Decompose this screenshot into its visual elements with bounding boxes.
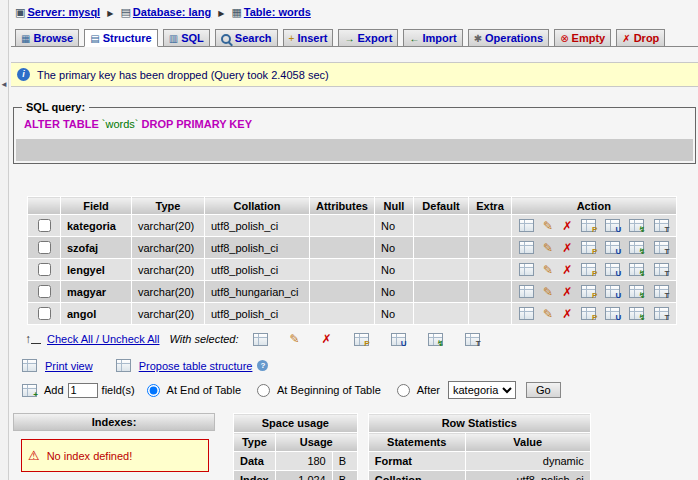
change-icon[interactable]: ✎ — [543, 263, 553, 277]
primary-selected-icon[interactable]: P — [354, 333, 369, 346]
row-checkbox-cell — [28, 215, 61, 237]
fulltext-icon[interactable]: T — [654, 285, 669, 298]
drop-field-icon[interactable]: ✗ — [562, 307, 572, 321]
after-field-select[interactable]: kategoria — [448, 381, 516, 399]
tab-empty[interactable]: ⊗Empty — [554, 29, 611, 47]
collapse-frame-icon[interactable]: ◄ — [0, 80, 8, 89]
browse-icon: ▦ — [21, 33, 30, 44]
help-icon[interactable]: ? — [257, 360, 268, 371]
tab-sql[interactable]: ▥SQL — [163, 29, 210, 47]
unique-icon[interactable]: U — [605, 241, 620, 254]
row-checkbox[interactable] — [38, 219, 51, 232]
extra-header: Extra — [469, 197, 512, 215]
sql-keyword: DROP PRIMARY KEY — [142, 118, 252, 130]
fulltext-icon[interactable]: T — [654, 263, 669, 276]
collation-header: Collation — [205, 197, 310, 215]
change-icon[interactable]: ✎ — [543, 307, 553, 321]
radio-at-end[interactable] — [147, 384, 160, 397]
tab-export[interactable]: →Export — [338, 29, 398, 47]
null-cell: No — [375, 259, 414, 281]
tab-drop[interactable]: ✗Drop — [616, 29, 665, 47]
default-cell — [414, 215, 469, 237]
type-cell: varchar(20) — [132, 281, 205, 303]
change-icon[interactable]: ✎ — [543, 241, 553, 255]
breadcrumb-server-link[interactable]: Server: mysql — [27, 6, 100, 18]
breadcrumb-table-link[interactable]: Table: words — [244, 6, 311, 18]
field-name-cell: angol — [61, 303, 132, 325]
row-statistics-panel: Row Statistics Statements Value Format d… — [368, 413, 591, 480]
radio-at-beginning[interactable] — [257, 384, 270, 397]
drop-field-icon[interactable]: ✗ — [562, 241, 572, 255]
primary-key-icon[interactable]: P — [581, 285, 596, 298]
table-icon: ▦ — [231, 6, 241, 18]
propose-structure-icon — [116, 359, 131, 372]
check-all-row: ↑ Check All / Uncheck All With selected:… — [25, 332, 698, 346]
type-cell: varchar(20) — [132, 259, 205, 281]
index-icon[interactable]: ↯ — [629, 263, 644, 276]
sql-table-name: `words` — [102, 118, 139, 130]
index-icon[interactable]: ↯ — [629, 219, 644, 232]
check-all-link[interactable]: Check All / Uncheck All — [47, 333, 160, 345]
sql-query-text: ALTER TABLE `words` DROP PRIMARY KEY — [16, 113, 693, 130]
drop-field-icon[interactable]: ✗ — [562, 263, 572, 277]
tab-operations[interactable]: ✱Operations — [468, 29, 549, 47]
frame-divider[interactable]: ◄ — [0, 0, 9, 480]
table-row: Index 1,024 B — [234, 471, 358, 480]
primary-key-icon[interactable]: P — [581, 307, 596, 320]
action-header: Action — [512, 197, 677, 215]
browse-distinct-icon[interactable] — [519, 307, 534, 320]
unique-icon[interactable]: U — [605, 219, 620, 232]
add-field-go-button[interactable]: Go — [526, 382, 561, 398]
server-icon: ▣ — [15, 6, 25, 18]
export-icon: → — [344, 33, 354, 44]
empty-icon: ⊗ — [560, 33, 568, 44]
row-checkbox[interactable] — [38, 307, 51, 320]
browse-distinct-icon[interactable] — [519, 285, 534, 298]
tab-insert[interactable]: +Insert — [283, 29, 334, 47]
null-cell: No — [375, 303, 414, 325]
primary-key-icon[interactable]: P — [581, 241, 596, 254]
drop-selected-icon[interactable]: ✗ — [322, 332, 332, 346]
index-icon[interactable]: ↯ — [629, 307, 644, 320]
index-selected-icon[interactable]: ↯ — [428, 333, 443, 346]
change-icon[interactable]: ✎ — [543, 285, 553, 299]
drop-field-icon[interactable]: ✗ — [562, 219, 572, 233]
unique-icon[interactable]: U — [605, 263, 620, 276]
drop-field-icon[interactable]: ✗ — [562, 285, 572, 299]
breadcrumb-database-link[interactable]: Database: lang — [133, 6, 211, 18]
tab-structure[interactable]: ▤Structure — [84, 29, 157, 47]
bottom-panels: Indexes: ⚠ No index defined! Create an i… — [13, 413, 698, 480]
unique-icon[interactable]: U — [605, 307, 620, 320]
row-checkbox[interactable] — [38, 263, 51, 276]
fulltext-selected-icon[interactable]: T — [465, 333, 480, 346]
browse-distinct-icon[interactable] — [519, 263, 534, 276]
fulltext-icon[interactable]: T — [654, 307, 669, 320]
row-checkbox[interactable] — [38, 285, 51, 298]
tab-search[interactable]: Search — [215, 29, 278, 47]
index-icon[interactable]: ↯ — [629, 241, 644, 254]
default-cell — [414, 281, 469, 303]
fulltext-icon[interactable]: T — [654, 241, 669, 254]
radio-after[interactable] — [397, 384, 410, 397]
change-selected-icon[interactable]: ✎ — [290, 332, 300, 346]
row-checkbox[interactable] — [38, 241, 51, 254]
browse-distinct-icon[interactable] — [519, 241, 534, 254]
unique-icon[interactable]: U — [605, 285, 620, 298]
add-field-count-input[interactable] — [68, 383, 98, 398]
sql-query-footer[interactable] — [16, 139, 693, 161]
propose-structure-link[interactable]: Propose table structure — [139, 360, 253, 372]
collation-cell: utf8_polish_ci — [205, 237, 310, 259]
fulltext-icon[interactable]: T — [654, 219, 669, 232]
index-icon[interactable]: ↯ — [629, 285, 644, 298]
import-icon: ← — [409, 33, 419, 44]
browse-selected-icon[interactable] — [253, 333, 268, 346]
default-cell — [414, 303, 469, 325]
primary-key-icon[interactable]: P — [581, 263, 596, 276]
print-view-link[interactable]: Print view — [45, 360, 93, 372]
primary-key-icon[interactable]: P — [581, 219, 596, 232]
unique-selected-icon[interactable]: U — [391, 333, 406, 346]
browse-distinct-icon[interactable] — [519, 219, 534, 232]
tab-browse[interactable]: ▦Browse — [15, 29, 79, 47]
change-icon[interactable]: ✎ — [543, 219, 553, 233]
tab-import[interactable]: ←Import — [403, 29, 462, 47]
